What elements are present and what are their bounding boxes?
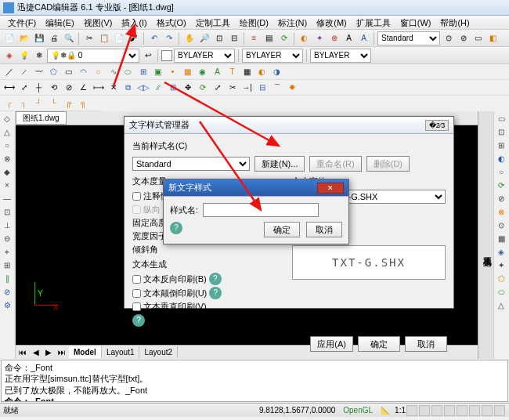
menu-draw[interactable]: 绘图(D) [235, 16, 273, 29]
explode-icon[interactable]: ✸ [285, 81, 298, 94]
snap-ext-icon[interactable]: ― [1, 193, 13, 205]
snap-per-icon[interactable]: ⊥ [1, 219, 13, 232]
r-ico-1[interactable]: ▭ [495, 113, 507, 125]
extend-icon[interactable]: →| [240, 81, 254, 94]
d2-icon[interactable]: ┐ [17, 96, 31, 110]
pan-icon[interactable]: ✋ [182, 31, 196, 45]
copy-icon[interactable]: 📋 [97, 31, 110, 45]
layer-combo[interactable]: 💡❄🔒 0 [47, 49, 139, 63]
r-ico-13[interactable]: ⬠ [495, 273, 507, 285]
snap-par-icon[interactable]: ∥ [1, 273, 13, 285]
d1-icon[interactable]: ┌ [2, 96, 16, 110]
menu-view[interactable]: 视图(V) [79, 16, 117, 29]
arc-icon[interactable]: ◠ [77, 65, 90, 78]
tool-a-icon[interactable]: ◐ [298, 31, 311, 45]
ltype-combo[interactable]: BYLAYER [242, 49, 303, 63]
snap-near-icon[interactable]: ⌖ [1, 246, 13, 259]
props-icon[interactable]: ▤ [262, 31, 276, 45]
current-style-select[interactable]: Standard [132, 157, 250, 171]
snap-ins-icon[interactable]: ⊡ [1, 206, 13, 219]
style-select[interactable]: Standard [377, 31, 440, 45]
command-line[interactable]: 命令：_Font 正在用字型[simsun.ttc]替代字型[txt]。 已到了… [1, 360, 508, 402]
new-icon[interactable]: 📄 [2, 31, 16, 45]
status-snap-icon[interactable] [406, 405, 417, 416]
dim-lin-icon[interactable]: ⟷ [2, 81, 16, 94]
status-model-icon[interactable] [494, 405, 505, 416]
hatch-icon[interactable]: ▦ [181, 65, 194, 78]
backwards-check[interactable] [132, 275, 141, 284]
status-grid-icon[interactable] [419, 405, 430, 416]
region-icon[interactable]: ◉ [196, 65, 209, 78]
upside-check[interactable] [132, 289, 141, 298]
status-osnap-icon[interactable] [457, 405, 467, 416]
r-ico-14[interactable]: ⬭ [495, 286, 507, 299]
zoom-win-icon[interactable]: ⊡ [212, 31, 226, 45]
dim-rad-icon[interactable]: ⟲ [47, 81, 60, 94]
cancel-button[interactable]: 取消 [405, 336, 447, 352]
rename-button[interactable]: 重命名(R) [309, 156, 361, 172]
menu-edit[interactable]: 编辑(E) [41, 16, 79, 29]
r-ico-8[interactable]: ⊗ [495, 206, 507, 219]
snap-mid-icon[interactable]: △ [1, 126, 13, 139]
r-ico-9[interactable]: ⊙ [495, 219, 507, 232]
r-ico-6[interactable]: ⟳ [495, 179, 507, 192]
menu-modify[interactable]: 修改(M) [312, 16, 352, 29]
mtext-icon[interactable]: T [226, 65, 239, 78]
line-icon[interactable]: ／ [2, 65, 16, 78]
redo-icon[interactable]: ↷ [162, 31, 175, 45]
status-otrack-icon[interactable] [469, 405, 480, 416]
match-icon[interactable]: 🖌 [127, 31, 140, 45]
dim-align-icon[interactable]: ⤢ [17, 81, 31, 94]
tab-nav-last-icon[interactable]: ⏭ [55, 348, 69, 357]
text-icon[interactable]: A [211, 65, 224, 78]
rotate-icon[interactable]: ⟳ [196, 81, 209, 94]
trim-icon[interactable]: ✂ [226, 81, 239, 94]
doc-tab-current[interactable]: 图纸1.dwg [16, 111, 67, 125]
apply-button[interactable]: 应用(A) [310, 336, 353, 352]
polygon-icon[interactable]: ⬠ [47, 65, 60, 78]
circle-icon[interactable]: ○ [92, 65, 105, 78]
tool-c-icon[interactable]: ⊗ [327, 31, 341, 45]
menu-window[interactable]: 窗口(W) [395, 16, 436, 29]
status-scale-icon[interactable]: 📐 [381, 406, 390, 415]
r-ico-15[interactable]: △ [495, 299, 507, 312]
mirror-icon[interactable]: ◁▷ [136, 81, 150, 94]
move-icon[interactable]: ✥ [181, 81, 194, 94]
preview-icon[interactable]: 🔍 [62, 31, 75, 45]
snap-node-icon[interactable]: ⊗ [1, 153, 13, 165]
help-icon[interactable]: ? [209, 273, 222, 285]
r-ico-5[interactable]: ○ [495, 166, 507, 179]
tool-i-icon[interactable]: ◧ [486, 31, 500, 45]
offset-icon[interactable]: ⫽ [151, 81, 164, 94]
tool-f-icon[interactable]: ⊙ [442, 31, 455, 45]
dim-cont-icon[interactable]: ⟼ [92, 81, 105, 94]
table-icon[interactable]: ▦ [240, 65, 254, 78]
insert-icon[interactable]: ⊞ [136, 65, 150, 78]
fillet-icon[interactable]: ⌒ [270, 81, 283, 94]
break-icon[interactable]: ⊟ [255, 81, 269, 94]
annotative-check[interactable] [132, 192, 141, 201]
tab-nav-first-icon[interactable]: ⏮ [16, 348, 30, 357]
menu-file[interactable]: 文件(F) [3, 16, 41, 29]
tool-b-icon[interactable]: ✦ [312, 31, 326, 45]
match-check[interactable] [132, 205, 141, 214]
tab-model[interactable]: Model [69, 346, 102, 358]
vertical-check[interactable] [132, 302, 141, 311]
snap-end-icon[interactable]: ◇ [1, 113, 13, 125]
layer-mgr-icon[interactable]: ≡ [247, 31, 261, 45]
new-style-button[interactable]: 新建(N)... [254, 156, 305, 172]
sub-ok-button[interactable]: 确定 [264, 222, 300, 237]
save-icon[interactable]: 💾 [32, 31, 45, 45]
tab-nav-prev-icon[interactable]: ◀ [30, 348, 42, 357]
spline-icon[interactable]: ∿ [106, 65, 120, 78]
d5-icon[interactable]: ╔ [62, 96, 75, 110]
close-icon[interactable]: �2⁄3 [425, 120, 449, 131]
lweight-combo[interactable]: BYLAYER [310, 49, 371, 63]
color-swatch[interactable] [161, 50, 172, 61]
style-name-input[interactable] [203, 203, 319, 217]
snap-app-icon[interactable]: ⊞ [1, 259, 13, 272]
snap-none-icon[interactable]: ⊘ [1, 286, 13, 299]
status-polar-icon[interactable] [444, 405, 455, 416]
dim-dia-icon[interactable]: ⊘ [62, 81, 75, 94]
r-ico-2[interactable]: ⊡ [495, 126, 507, 139]
